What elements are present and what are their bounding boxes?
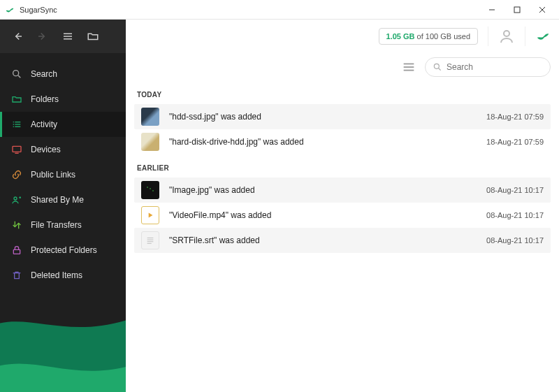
svg-point-33	[150, 188, 151, 189]
lock-icon	[11, 245, 22, 256]
sidebar-item-label: Public Links	[31, 170, 75, 180]
sidebar-item-label: Protected Folders	[31, 245, 97, 255]
content-area: 1.05 GB of 100 GB used TODAY "hdd-ssd.jp…	[126, 20, 559, 392]
folder-icon	[11, 94, 22, 105]
search-box[interactable]	[425, 57, 551, 77]
search-icon	[433, 62, 442, 72]
storage-indicator[interactable]: 1.05 GB of 100 GB used	[379, 28, 478, 45]
window-titlebar: SugarSync	[0, 0, 559, 20]
trash-icon	[11, 270, 22, 281]
divider	[525, 27, 525, 46]
window-close-button[interactable]	[530, 0, 555, 20]
sidebar-item-search[interactable]: Search	[0, 61, 126, 87]
sidebar: Search Folders Activity Devices Public L…	[0, 20, 126, 392]
activity-timestamp: 18-Aug-21 07:59	[486, 138, 544, 146]
activity-row[interactable]: "hard-disk-drive-hdd.jpg" was added 18-A…	[134, 129, 551, 154]
divider	[488, 27, 488, 46]
thumbnail-image-icon	[141, 181, 159, 199]
svg-line-10	[18, 75, 20, 78]
folder-outline-icon[interactable]	[85, 29, 101, 44]
thumbnail-image-icon	[141, 108, 159, 126]
brand-bird-icon[interactable]	[535, 29, 551, 44]
activity-list: TODAY "hdd-ssd.jpg" was added 18-Aug-21 …	[126, 81, 559, 392]
svg-point-25	[504, 31, 509, 36]
sidebar-item-label: Devices	[31, 145, 61, 154]
svg-point-32	[147, 187, 148, 188]
view-list-icon[interactable]	[401, 59, 416, 75]
forward-button[interactable]	[35, 29, 50, 44]
sidebar-item-label: Folders	[31, 94, 59, 104]
activity-description: "SRTFile.srt" was added	[169, 235, 486, 245]
sidebar-item-devices[interactable]: Devices	[0, 137, 126, 162]
activity-description: "VideoFile.mp4" was added	[169, 210, 486, 220]
sidebar-item-deleted-items[interactable]: Deleted Items	[0, 263, 126, 288]
sidebar-item-label: Shared By Me	[31, 195, 84, 205]
link-icon	[11, 169, 22, 180]
menu-icon[interactable]	[60, 29, 75, 44]
storage-total: of 100 GB used	[415, 32, 471, 41]
activity-row[interactable]: "hdd-ssd.jpg" was added 18-Aug-21 07:59	[134, 104, 551, 129]
activity-description: "hard-disk-drive-hdd.jpg" was added	[169, 137, 486, 147]
svg-point-34	[152, 190, 154, 191]
activity-timestamp: 08-Aug-21 10:17	[486, 211, 544, 219]
activity-icon	[11, 119, 22, 130]
svg-rect-17	[13, 146, 21, 152]
activity-description: "hdd-ssd.jpg" was added	[169, 112, 486, 122]
sidebar-item-protected-folders[interactable]: Protected Folders	[0, 238, 126, 263]
activity-timestamp: 08-Aug-21 10:17	[486, 236, 544, 245]
thumbnail-image-icon	[141, 133, 159, 151]
thumbnail-file-icon	[141, 231, 159, 249]
header-strip: 1.05 GB of 100 GB used	[126, 20, 559, 53]
activity-row[interactable]: "VideoFile.mp4" was added 08-Aug-21 10:1…	[134, 203, 551, 228]
shared-icon	[11, 194, 22, 205]
sidebar-item-label: File Transfers	[31, 220, 82, 230]
window-minimize-button[interactable]	[479, 0, 504, 20]
activity-row[interactable]: "SRTFile.srt" was added 08-Aug-21 10:17	[134, 228, 551, 253]
group-header-today: TODAY	[134, 81, 551, 104]
search-icon	[11, 68, 22, 80]
back-button[interactable]	[10, 29, 25, 44]
app-logo-icon	[4, 4, 15, 15]
storage-used: 1.05 GB	[386, 32, 415, 41]
sidebar-item-activity[interactable]: Activity	[0, 112, 126, 137]
svg-point-29	[434, 64, 439, 68]
group-header-earlier: EARLIER	[134, 154, 551, 177]
content-toolbar	[126, 53, 559, 81]
sidebar-nav: Search Folders Activity Devices Public L…	[0, 61, 126, 288]
svg-rect-1	[514, 7, 520, 13]
thumbnail-video-icon	[141, 206, 159, 224]
svg-line-30	[439, 68, 441, 71]
activity-row[interactable]: "Image.jpg" was added 08-Aug-21 10:17	[134, 177, 551, 203]
svg-point-9	[13, 71, 19, 76]
window-title: SugarSync	[20, 6, 479, 14]
svg-point-19	[14, 197, 17, 200]
sidebar-item-public-links[interactable]: Public Links	[0, 162, 126, 187]
sidebar-item-file-transfers[interactable]: File Transfers	[0, 212, 126, 238]
sidebar-item-label: Deleted Items	[31, 270, 82, 280]
activity-timestamp: 18-Aug-21 07:59	[486, 112, 544, 121]
sidebar-item-label: Activity	[31, 119, 57, 129]
sidebar-item-folders[interactable]: Folders	[0, 87, 126, 112]
sidebar-item-shared-by-me[interactable]: Shared By Me	[0, 187, 126, 212]
sidebar-toolbar	[0, 20, 126, 53]
search-input[interactable]	[447, 62, 551, 72]
svg-marker-35	[149, 213, 153, 218]
transfer-icon	[11, 219, 22, 231]
svg-rect-24	[13, 249, 20, 254]
sidebar-item-label: Search	[31, 69, 57, 79]
user-icon[interactable]	[498, 28, 515, 45]
activity-description: "Image.jpg" was added	[169, 185, 486, 195]
svg-rect-31	[145, 184, 156, 196]
activity-timestamp: 08-Aug-21 10:17	[486, 186, 544, 194]
devices-icon	[11, 144, 22, 155]
window-maximize-button[interactable]	[504, 0, 530, 20]
